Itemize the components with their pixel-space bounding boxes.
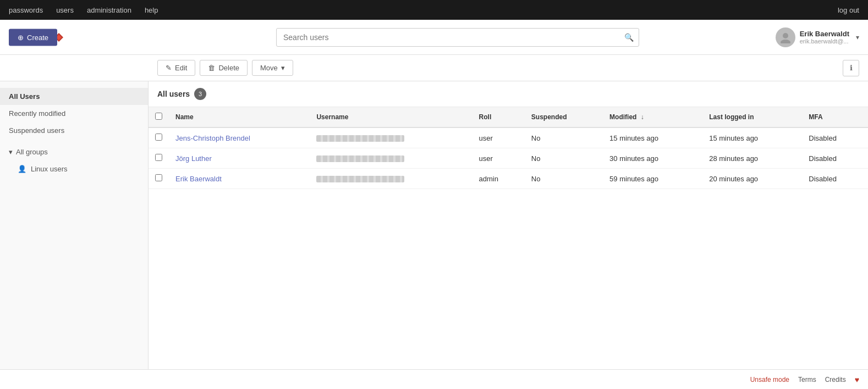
user-name-link-1[interactable]: Jörg Luther (175, 154, 212, 163)
sidebar-all-groups-label: All groups (16, 148, 48, 156)
username-blur-2 (316, 176, 404, 182)
info-icon: ℹ (850, 64, 853, 72)
table-row: Jens-Christoph Brendel user No 15 minute… (149, 127, 868, 148)
edit-icon: ✎ (166, 64, 172, 72)
nav-administration[interactable]: administration (87, 6, 131, 14)
create-button[interactable]: ⊕ Create (9, 29, 57, 46)
move-button[interactable]: Move ▾ (252, 60, 293, 76)
main-layout: All Users Recently modified Suspended us… (0, 81, 868, 369)
toolbar: ✎ Edit 🗑 Delete Move ▾ ℹ (0, 55, 868, 81)
row-suspended-0: No (525, 127, 603, 148)
row-username-0 (310, 127, 472, 148)
row-name-2: Erik Baerwaldt (169, 169, 310, 189)
row-modified-2: 59 minutes ago (603, 169, 702, 189)
col-last-logged-label: Last logged in (709, 113, 754, 121)
sidebar-all-groups[interactable]: ▾ All groups (0, 143, 148, 160)
row-mfa-0: Disabled (802, 127, 868, 148)
unsafe-mode-label: Unsafe mode (750, 376, 789, 384)
group-icon: 👤 (18, 165, 26, 173)
username-blur-0 (316, 135, 404, 142)
header-user-area: Erik Baerwaldt erik.baerwaldt@... ▾ (776, 27, 859, 47)
credits-link[interactable]: Credits (825, 376, 846, 384)
nav-help[interactable]: help (145, 6, 158, 14)
terms-link[interactable]: Terms (798, 376, 816, 384)
search-container: 🔍 (276, 28, 639, 47)
row-last-logged-1: 28 minutes ago (702, 148, 802, 169)
info-button[interactable]: ℹ (843, 60, 859, 76)
col-name-label: Name (175, 113, 194, 121)
sidebar: All Users Recently modified Suspended us… (0, 81, 149, 369)
nav-passwords[interactable]: passwords (9, 6, 43, 14)
row-modified-0: 15 minutes ago (603, 127, 702, 148)
move-label: Move (260, 64, 278, 72)
users-table-container: Name Username Roll Suspended Modified (149, 107, 868, 369)
search-input[interactable] (276, 28, 639, 47)
chevron-down-icon[interactable]: ▾ (856, 34, 859, 41)
create-plus-icon: ⊕ (18, 33, 24, 41)
svg-point-2 (783, 33, 788, 38)
user-name-link-2[interactable]: Erik Baerwaldt (175, 175, 222, 183)
topbar-nav: passwords users administration help (9, 6, 158, 14)
delete-icon: 🗑 (208, 64, 215, 72)
row-role-0: user (473, 127, 525, 148)
select-all-checkbox[interactable] (155, 113, 162, 120)
row-username-2 (310, 169, 472, 189)
row-name-1: Jörg Luther (169, 148, 310, 169)
content-area: All users 3 Name Username (149, 81, 868, 369)
row-checkbox-1[interactable] (149, 148, 169, 169)
nav-users[interactable]: users (56, 6, 74, 14)
move-chevron-icon: ▾ (281, 64, 285, 72)
edit-label: Edit (175, 64, 187, 72)
col-mfa[interactable]: MFA (802, 107, 868, 127)
row-last-logged-0: 15 minutes ago (702, 127, 802, 148)
row-last-logged-2: 20 minutes ago (702, 169, 802, 189)
col-username-label: Username (316, 113, 348, 121)
col-modified[interactable]: Modified ↓ (603, 107, 702, 127)
content-header: All users 3 (149, 81, 868, 107)
col-suspended[interactable]: Suspended (525, 107, 603, 127)
user-name-link-0[interactable]: Jens-Christoph Brendel (175, 134, 250, 142)
sort-icon: ↓ (641, 113, 644, 121)
table-row: Erik Baerwaldt admin No 59 minutes ago 2… (149, 169, 868, 189)
header: passbolt ⊕ Create 🔍 Erik Baerwaldt erik.… (0, 20, 868, 55)
sidebar-group-linux-users[interactable]: 👤 Linux users (0, 160, 148, 177)
row-select-0[interactable] (155, 134, 162, 141)
col-last-logged-in[interactable]: Last logged in (702, 107, 802, 127)
row-role-1: user (473, 148, 525, 169)
sidebar-item-suspended-users[interactable]: Suspended users (0, 122, 148, 139)
svg-point-3 (781, 40, 790, 43)
search-icon: 🔍 (624, 33, 634, 42)
col-mfa-label: MFA (809, 113, 822, 121)
col-roll[interactable]: Roll (473, 107, 525, 127)
row-checkbox-2[interactable] (149, 169, 169, 189)
sidebar-group-label: Linux users (31, 165, 67, 173)
delete-label: Delete (218, 64, 239, 72)
col-name[interactable]: Name (169, 107, 310, 127)
col-username[interactable]: Username (310, 107, 472, 127)
chevron-groups-icon: ▾ (9, 148, 13, 156)
sidebar-item-recently-modified[interactable]: Recently modified (0, 105, 148, 122)
select-all-header[interactable] (149, 107, 169, 127)
sidebar-all-users[interactable]: All Users (0, 88, 148, 105)
user-info: Erik Baerwaldt erik.baerwaldt@... (800, 30, 849, 45)
edit-button[interactable]: ✎ Edit (157, 60, 195, 76)
create-label: Create (27, 33, 48, 41)
row-username-1 (310, 148, 472, 169)
username-blur-1 (316, 155, 404, 162)
content-title: All users (157, 90, 190, 98)
table-row: Jörg Luther user No 30 minutes ago 28 mi… (149, 148, 868, 169)
row-select-1[interactable] (155, 154, 162, 161)
col-roll-label: Roll (479, 113, 492, 121)
logout-link[interactable]: log out (838, 6, 859, 14)
row-checkbox-0[interactable] (149, 127, 169, 148)
topbar-right: log out (838, 6, 859, 14)
topbar: passwords users administration help log … (0, 0, 868, 20)
row-mfa-2: Disabled (802, 169, 868, 189)
row-role-2: admin (473, 169, 525, 189)
row-select-2[interactable] (155, 174, 162, 181)
footer: Unsafe mode Terms Credits ♥ (0, 369, 868, 389)
delete-button[interactable]: 🗑 Delete (200, 60, 248, 76)
row-name-0: Jens-Christoph Brendel (169, 127, 310, 148)
col-suspended-label: Suspended (531, 113, 567, 121)
row-modified-1: 30 minutes ago (603, 148, 702, 169)
